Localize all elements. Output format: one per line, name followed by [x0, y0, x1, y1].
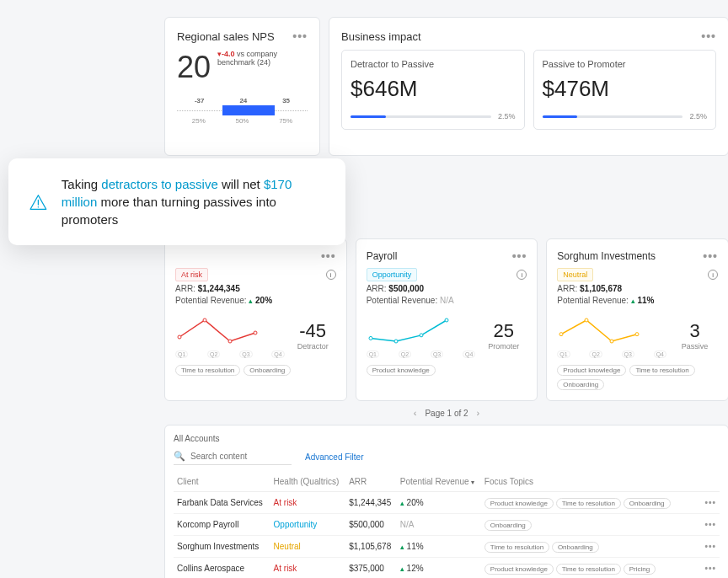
tag[interactable]: Product knowledge — [484, 564, 554, 575]
tag[interactable]: Onboarding — [557, 379, 604, 390]
table-row[interactable]: Collins Aerospace At risk $375,000 ▴ 12%… — [174, 558, 720, 579]
advanced-filter-link[interactable]: Advanced Filter — [305, 452, 363, 462]
row-more-button[interactable]: ••• — [700, 492, 720, 514]
info-icon[interactable]: i — [517, 270, 527, 280]
score: 25 Promoter — [480, 320, 527, 351]
col-header[interactable]: ARR — [345, 472, 397, 492]
impact-sub-title: Detractor to Passive — [351, 59, 516, 69]
business-impact-card: Business impact ••• Detractor to Passive… — [329, 17, 728, 156]
sort-desc-icon[interactable]: ▾ — [471, 479, 474, 486]
col-header[interactable]: Client — [174, 472, 270, 492]
account-more-button[interactable]: ••• — [703, 249, 718, 263]
cell-arr: $500,000 — [345, 514, 397, 536]
impact-subcard: Detractor to Passive $646M 2.5% — [341, 50, 525, 130]
tag[interactable]: Time to resolution — [629, 365, 694, 376]
search-input[interactable] — [190, 452, 292, 461]
focus-tags: Product knowledge — [367, 365, 527, 376]
impact-progress: 2.5% — [543, 112, 708, 120]
cell-arr: $1,105,678 — [345, 536, 397, 558]
arr-line: ARR: $500,000 — [367, 284, 527, 293]
arr-line: ARR: $1,105,678 — [557, 284, 718, 293]
cell-client: Sorghum Investments — [174, 536, 270, 558]
account-more-button[interactable]: ••• — [321, 249, 336, 263]
cell-potential: ▴ 12% — [397, 558, 481, 579]
svg-point-1 — [203, 318, 206, 322]
cell-health: At risk — [270, 492, 346, 514]
table-row[interactable]: Farbank Data Services At risk $1,244,345… — [174, 492, 720, 514]
tag[interactable]: Product knowledge — [367, 365, 436, 376]
cell-health: Opportunity — [270, 514, 346, 536]
search-box[interactable]: 🔍 — [174, 448, 292, 465]
potential-line: Potential Revenue: N/A — [367, 296, 527, 305]
status-badge: Opportunity — [367, 268, 418, 281]
account-card: Sorghum Investments ••• Neutral i ARR: $… — [546, 238, 728, 401]
accounts-table-card: All Accounts 🔍 Advanced Filter ClientHea… — [164, 425, 728, 578]
cell-tags: Product knowledge Time to resolution Onb… — [481, 492, 701, 514]
tag[interactable]: Product knowledge — [557, 365, 626, 376]
impact-value: $476M — [543, 76, 708, 102]
row-more-button[interactable]: ••• — [700, 558, 720, 579]
tag[interactable]: Onboarding — [552, 542, 599, 553]
potential-line: Potential Revenue: ▴ 11% — [557, 296, 718, 305]
svg-point-5 — [394, 340, 398, 343]
col-header[interactable]: Focus Topics — [481, 472, 701, 492]
pager-next-button[interactable]: › — [477, 408, 480, 418]
impact-more-button[interactable]: ••• — [701, 29, 716, 43]
info-icon[interactable]: i — [708, 270, 718, 280]
callout-text: Taking detractors to passive will net $1… — [62, 175, 325, 228]
status-badge: Neutral — [557, 268, 593, 281]
all-accounts-label: All Accounts — [174, 434, 720, 443]
sparkline — [557, 312, 641, 345]
col-header[interactable]: Health (Qualtrics) — [270, 472, 346, 492]
cell-client: Collins Aerospace — [174, 558, 270, 579]
info-icon[interactable]: i — [326, 270, 336, 280]
svg-point-11 — [635, 333, 639, 336]
col-header[interactable]: Potential Revenue▾ — [397, 472, 481, 492]
row-more-button[interactable]: ••• — [700, 514, 720, 536]
pager: ‹ Page 1 of 2 › — [164, 408, 728, 418]
cell-potential: ▴ 20% — [397, 492, 481, 514]
row-more-button[interactable]: ••• — [700, 536, 720, 558]
score: -45 Detractor — [290, 320, 336, 351]
tag[interactable]: Time to resolution — [556, 564, 621, 575]
cell-arr: $375,000 — [345, 558, 397, 579]
focus-tags: Time to resolutionOnboarding — [175, 365, 336, 376]
account-card: ••• At risk i ARR: $1,244,345 Potential … — [164, 238, 347, 401]
account-more-button[interactable]: ••• — [512, 249, 527, 263]
nps-more-button[interactable]: ••• — [292, 29, 308, 43]
tag[interactable]: Product knowledge — [484, 498, 554, 509]
tag[interactable]: Onboarding — [484, 520, 532, 531]
status-badge: At risk — [175, 268, 208, 281]
nps-delta: ▾-4.0 vs company benchmark (24) — [217, 50, 308, 67]
tag[interactable]: Onboarding — [244, 365, 291, 376]
potential-line: Potential Revenue: ▴ 20% — [175, 296, 336, 305]
tag[interactable]: Time to resolution — [484, 542, 549, 553]
tag[interactable]: Time to resolution — [556, 498, 621, 509]
nps-scale: -372435 25%50%75% — [177, 97, 308, 129]
cell-potential: ▴ 11% — [397, 536, 481, 558]
tag[interactable]: Onboarding — [624, 498, 671, 509]
accounts-table: ClientHealth (Qualtrics)ARRPotential Rev… — [174, 472, 720, 578]
account-name: Sorghum Investments — [557, 250, 656, 262]
table-row[interactable]: Sorghum Investments Neutral $1,105,678 ▴… — [174, 536, 720, 558]
cell-client: Farbank Data Services — [174, 492, 270, 514]
table-row[interactable]: Korcomp Payroll Opportunity $500,000 N/A… — [174, 514, 720, 536]
nps-title: Regional sales NPS — [177, 30, 275, 43]
arr-line: ARR: $1,244,345 — [175, 284, 336, 293]
cell-client: Korcomp Payroll — [174, 514, 270, 536]
focus-tags: Product knowledgeTime to resolutionOnboa… — [557, 365, 718, 390]
impact-value: $646M — [351, 76, 516, 102]
cell-tags: Onboarding — [481, 514, 701, 536]
svg-point-4 — [369, 336, 372, 340]
pager-prev-button[interactable]: ‹ — [414, 408, 417, 418]
score: 3 Passive — [672, 320, 718, 351]
tag[interactable]: Time to resolution — [175, 365, 240, 376]
cell-potential: N/A — [397, 514, 481, 536]
impact-progress: 2.5% — [351, 112, 516, 120]
nps-value: 20 — [177, 50, 211, 85]
svg-point-6 — [420, 334, 423, 337]
sparkline — [367, 312, 451, 345]
impact-subcard: Passive to Promoter $476M 2.5% — [533, 50, 717, 130]
impact-title: Business impact — [341, 30, 421, 43]
tag[interactable]: Pricing — [624, 564, 656, 575]
